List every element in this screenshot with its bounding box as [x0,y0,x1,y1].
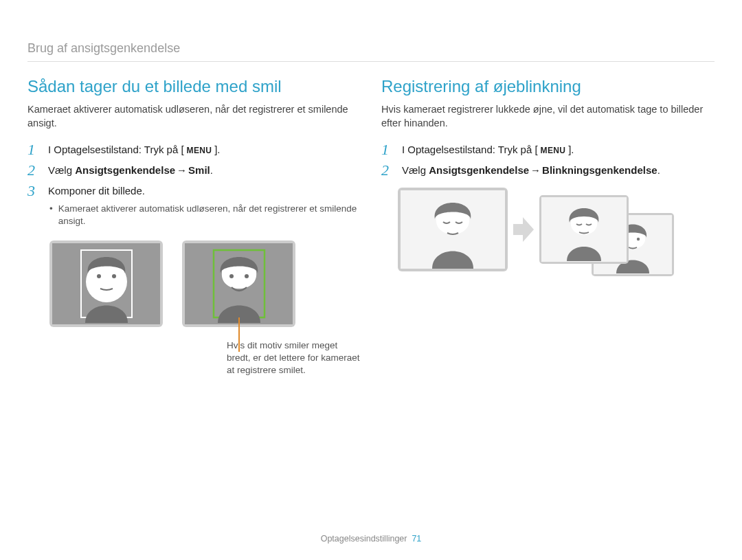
menu-icon: MENU [184,144,215,157]
intro-blink: Hvis kameraet registrerer lukkede øjne, … [381,103,715,130]
step2r-bold2: Blinkningsgenkendelse [542,164,657,176]
step-number: 1 [27,142,40,157]
arrow-icon: → [177,163,187,177]
breadcrumb: Brug af ansigtsgenkendelse [27,41,715,62]
right-column: Registrering af øjeblinkning Hvis kamera… [381,77,715,377]
svg-point-10 [245,274,249,278]
intro-smile: Kameraet aktiverer automatisk udløseren,… [27,103,361,130]
example-images-row [49,240,361,330]
step1r-text-post: ]. [568,144,574,155]
result-image-front [539,195,629,264]
step1-text-post: ]. [214,144,220,155]
step2-bold2: Smil [188,164,210,176]
left-column: Sådan tager du et billede med smil Kamer… [27,77,361,377]
face-smile-image [182,240,295,330]
bullet-text: Kameraet aktiverer automatisk udløseren,… [58,203,361,227]
step3-text: Komponer dit billede. [48,183,361,199]
svg-point-9 [229,274,234,278]
step-3-left: 3 Komponer dit billede. [27,183,361,199]
step1-text-pre: I Optagelsestilstand: Tryk på [ [48,144,184,155]
blink-example-row [398,188,715,274]
svg-point-4 [97,274,101,278]
tip-text: Hvis dit motiv smiler meget bredt, er de… [227,339,361,377]
face-neutral-image [49,240,163,330]
page-number: 71 [412,534,421,544]
callout-line [238,317,240,352]
step2r-post: . [657,164,660,176]
step2r-bold1: Ansigtsgenkendelse [429,164,529,176]
page-footer: Optagelsesindstillinger 71 [0,534,742,544]
step-number: 3 [27,183,40,199]
footer-section: Optagelsesindstillinger [321,534,407,544]
result-images-stack [539,195,629,267]
face-eyes-closed-image [398,188,508,274]
arrow-icon: → [530,163,541,177]
step-2-right: 2 Vælg Ansigtsgenkendelse → Blinkningsge… [381,163,715,178]
step2-post: . [210,164,213,176]
bullet-item: Kameraet aktiverer automatisk udløseren,… [49,203,361,227]
step2-bold1: Ansigtsgenkendelse [75,164,175,176]
step-2-left: 2 Vælg Ansigtsgenkendelse → Smil. [27,163,361,178]
step1r-text-pre: I Optagelsestilstand: Tryk på [ [402,144,538,155]
step-1-right: 1 I Optagelsestilstand: Tryk på [MENU]. [381,142,715,157]
menu-icon: MENU [538,144,569,157]
svg-point-16 [637,238,640,240]
step-number: 1 [381,142,394,157]
arrow-right-icon [512,216,535,246]
step2-pre: Vælg [48,164,75,176]
heading-smile: Sådan tager du et billede med smil [27,77,361,96]
svg-point-5 [112,274,116,278]
step-number: 2 [381,163,394,178]
step-1-left: 1 I Optagelsestilstand: Tryk på [MENU]. [27,142,361,157]
heading-blink: Registrering af øjeblinkning [381,77,715,96]
bullet-icon [49,203,53,227]
step2r-pre: Vælg [402,164,429,176]
step-number: 2 [27,163,40,178]
